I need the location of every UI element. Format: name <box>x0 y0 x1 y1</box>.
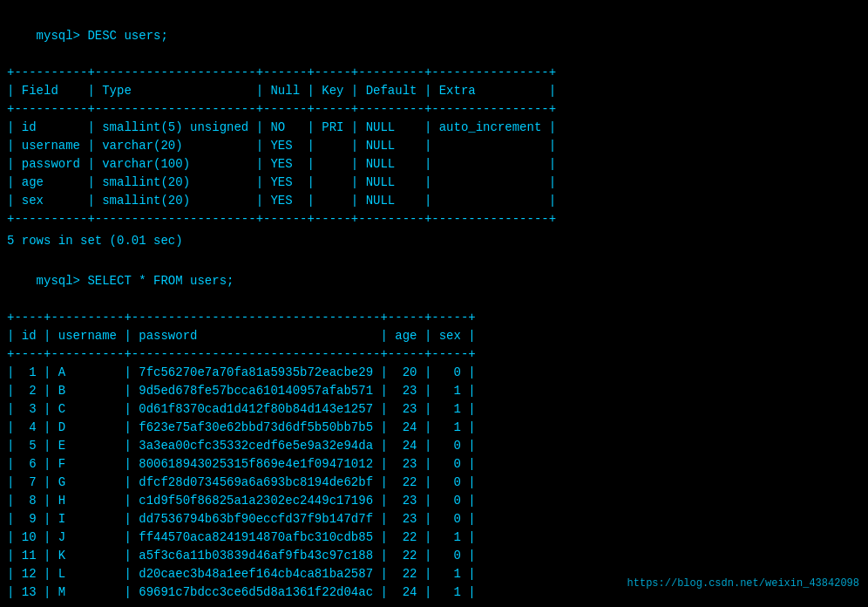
select-data-row: | 5 | E | 3a3ea00cfc35332cedf6e5e9a32e94… <box>7 437 861 455</box>
select-data-row: | 7 | G | dfcf28d0734569a6a693bc8194de62… <box>7 474 861 492</box>
desc-row-id: | id | smallint(5) unsigned | NO | PRI |… <box>7 119 861 137</box>
desc-row-password: | password | varchar(100) | YES | | NULL… <box>7 155 861 174</box>
desc-divider-top: +----------+----------------------+-----… <box>7 64 861 82</box>
desc-row-age: | age | smallint(20) | YES | | NULL | | <box>7 174 861 192</box>
desc-row-username: | username | varchar(20) | YES | | NULL … <box>7 137 861 155</box>
select-divider-mid: +----+----------+-----------------------… <box>7 345 861 364</box>
select-data-row: | 9 | I | dd7536794b63bf90eccfd37f9b147d… <box>7 510 861 529</box>
select-command: mysql> SELECT * FROM users; <box>7 254 861 309</box>
select-data-row: | 4 | D | f623e75af30e62bbd73d6df5b50bb7… <box>7 419 861 437</box>
select-data-row: | 11 | K | a5f3c6a11b03839d46af9fb43c97c… <box>7 547 861 565</box>
rows-in-set: 5 rows in set (0.01 sec) <box>7 232 861 250</box>
select-rows-container: | 1 | A | 7fc56270e7a70fa81a5935b72eacbe… <box>7 364 861 602</box>
select-data-row: | 6 | F | 800618943025315f869e4e1f094710… <box>7 455 861 474</box>
desc-divider-mid: +----------+----------------------+-----… <box>7 100 861 119</box>
prompt: mysql> DESC users; <box>37 29 168 43</box>
select-divider-top: +----+----------+-----------------------… <box>7 309 861 327</box>
select-data-row: | 2 | B | 9d5ed678fe57bcca610140957afab5… <box>7 382 861 400</box>
desc-divider-bot: +----------+----------------------+-----… <box>7 210 861 228</box>
select-header-row: | id | username | password | age | sex | <box>7 327 861 345</box>
select-data-row: | 8 | H | c1d9f50f86825a1a2302ec2449c171… <box>7 492 861 510</box>
desc-command: mysql> DESC users; <box>7 9 861 64</box>
select-data-row: | 3 | C | 0d61f8370cad1d412f80b84d143e12… <box>7 400 861 419</box>
terminal-container: mysql> DESC users; +----------+---------… <box>7 9 861 602</box>
watermark: https://blog.csdn.net/weixin_43842098 <box>627 577 859 590</box>
desc-header-row: | Field | Type | Null | Key | Default | … <box>7 82 861 100</box>
select-data-row: | 1 | A | 7fc56270e7a70fa81a5935b72eacbe… <box>7 364 861 382</box>
select-data-row: | 10 | J | ff44570aca8241914870afbc310cd… <box>7 529 861 547</box>
desc-row-sex: | sex | smallint(20) | YES | | NULL | | <box>7 192 861 210</box>
